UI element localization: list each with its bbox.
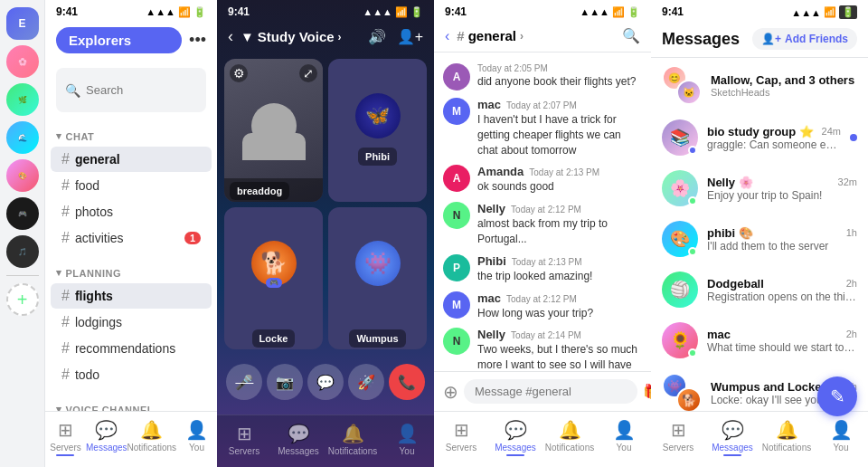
back-button[interactable]: ‹ xyxy=(228,27,233,46)
panel-server-channels: E 🌸 🌿 🌊 🎨 🎮 🎵 + xyxy=(0,0,217,467)
nav-you[interactable]: 👤 You xyxy=(814,419,868,456)
nav-messages[interactable]: 💬 Messages xyxy=(705,419,760,456)
voice-tile-locke: 🐕 🎮 Locke xyxy=(224,207,323,350)
battery-icon: 🔋 xyxy=(193,6,206,18)
server-icon-4[interactable]: 🎨 xyxy=(6,159,39,192)
voice-user-label-breaddog: breaddog xyxy=(230,182,289,200)
dm-item-bio-study[interactable]: 📚 bio study group ⭐ 24m graggle: Can som… xyxy=(651,112,868,163)
server-header: Explorers ••• xyxy=(45,20,217,61)
search-input[interactable] xyxy=(86,83,217,97)
nav-servers[interactable]: ⊞ Servers xyxy=(45,419,86,456)
profile-icon: 👤 xyxy=(396,423,419,444)
messages-icon: 💬 xyxy=(505,419,527,441)
channel-item-general[interactable]: # general xyxy=(51,147,212,172)
nav-you[interactable]: 👤 You xyxy=(176,419,217,456)
nav-you[interactable]: 👤 You xyxy=(380,423,434,456)
nav-you[interactable]: 👤 You xyxy=(597,419,651,456)
server-icon-5[interactable]: 🎮 xyxy=(6,197,39,230)
messages-icon: 💬 xyxy=(288,423,310,444)
mute-button[interactable]: 🎤 xyxy=(226,364,262,400)
channel-item-todo[interactable]: # todo xyxy=(51,362,212,387)
message-avatar: N xyxy=(443,328,470,355)
hash-icon: # xyxy=(61,340,70,357)
dm-content: mac 2h What time should we start tonight… xyxy=(707,328,857,354)
message-input[interactable] xyxy=(464,379,637,404)
dm-item-mac[interactable]: 🌻 mac 2h What time should we start tonig… xyxy=(651,315,868,366)
message-content: Nelly Today at 2:14 PM Two weeks, but I … xyxy=(477,328,642,371)
message-content: mac Today at 2:12 PM How long was your t… xyxy=(477,291,642,321)
voice-user-label-locke: Locke xyxy=(252,329,296,348)
notifications-icon: 🔔 xyxy=(776,419,798,441)
speaker-toggle-icon[interactable]: 🔊 xyxy=(368,28,386,45)
message-item: N Nelly Today at 2:12 PM almost back fro… xyxy=(434,198,651,251)
messages-icon: 💬 xyxy=(722,419,744,441)
voice-section-chevron[interactable]: ▾ xyxy=(56,404,62,411)
server-icon-3[interactable]: 🌊 xyxy=(6,121,39,154)
planning-section-chevron[interactable]: ▾ xyxy=(56,267,62,279)
search-bar[interactable]: 🔍 👤+ xyxy=(56,68,206,112)
server-icon-1[interactable]: 🌸 xyxy=(6,45,39,78)
chat-button[interactable]: 💬 xyxy=(307,364,344,400)
message-avatar: N xyxy=(443,202,470,229)
channel-item-lodgings[interactable]: # lodgings xyxy=(51,310,212,335)
message-item: A Today at 2:05 PM did anyone book their… xyxy=(434,60,651,94)
channel-item-food[interactable]: # food xyxy=(51,173,212,198)
hash-icon: # xyxy=(61,177,70,194)
message-author: Nelly xyxy=(477,328,505,341)
panel-chat: 9:41 ▲▲▲ 📶 🔋 ‹ # general › 🔍 A Today at … xyxy=(434,0,651,467)
channel-item-photos[interactable]: # photos xyxy=(51,199,212,224)
hash-icon: # xyxy=(61,314,70,330)
message-header: Today at 2:05 PM xyxy=(477,63,642,73)
dm-item-sketchheads[interactable]: 😊 🐱 Mallow, Cap, and 3 others SketchHead… xyxy=(651,58,868,112)
server-icon-6[interactable]: 🎵 xyxy=(6,235,39,268)
nav-notifications[interactable]: 🔔 Notifications xyxy=(542,419,597,456)
nav-servers[interactable]: ⊞ Servers xyxy=(651,419,705,456)
server-options-button[interactable]: ••• xyxy=(189,31,206,50)
message-item: P Phibi Today at 2:13 PM the trip looked… xyxy=(434,251,651,288)
add-attachment-button[interactable]: ⊕ xyxy=(443,381,458,403)
dm-item-dodgeball[interactable]: 🏐 Dodgeball 2h Registration opens on the… xyxy=(651,264,868,315)
search-button[interactable]: 🔍 xyxy=(622,27,640,44)
channel-item-flights[interactable]: # flights xyxy=(51,283,212,309)
new-message-fab[interactable]: ✎ xyxy=(817,376,857,416)
back-button[interactable]: ‹ xyxy=(445,28,449,44)
server-icon-2[interactable]: 🌿 xyxy=(6,83,39,116)
nav-notifications[interactable]: 🔔 Notifications xyxy=(326,423,380,456)
voice-user-label-phibi: Phibi xyxy=(358,148,397,166)
message-time: Today at 2:13 PM xyxy=(512,257,582,267)
dm-item-nelly[interactable]: 🌸 Nelly 🌸 32m Enjoy your trip to Spain! xyxy=(651,163,868,214)
channel-item-recommendations[interactable]: # recommendations xyxy=(51,336,212,361)
nav-notifications[interactable]: 🔔 Notifications xyxy=(127,419,176,456)
nav-messages[interactable]: 💬 Messages xyxy=(271,423,326,456)
message-item: M mac Today at 2:12 PM How long was your… xyxy=(434,288,651,325)
server-icon-active[interactable]: E xyxy=(6,7,39,40)
tile-expand-icon[interactable]: ⤢ xyxy=(299,64,317,82)
profile-icon: 👤 xyxy=(185,419,208,441)
add-user-icon[interactable]: 👤+ xyxy=(397,28,423,45)
chevron-right-icon: › xyxy=(338,31,342,43)
channel-item-activities[interactable]: # activities 1 xyxy=(51,225,212,251)
message-header: Nelly Today at 2:14 PM xyxy=(477,328,642,341)
dm-name: Nelly 🌸 xyxy=(707,176,753,189)
chat-section-chevron[interactable]: ▾ xyxy=(56,130,62,142)
server-add-button[interactable]: + xyxy=(6,283,39,316)
end-call-button[interactable]: 📞 xyxy=(389,364,425,400)
dm-item-phibi[interactable]: 🎨 phibi 🎨 1h I'll add them to the server xyxy=(651,214,868,264)
nav-messages[interactable]: 💬 Messages xyxy=(488,419,542,456)
nav-servers[interactable]: ⊞ Servers xyxy=(217,423,271,456)
dm-content: Nelly 🌸 32m Enjoy your trip to Spain! xyxy=(707,176,857,202)
nav-messages[interactable]: 💬 Messages xyxy=(86,419,127,456)
nav-notifications[interactable]: 🔔 Notifications xyxy=(760,419,814,456)
dm-group-avatar: 👾 🐕 xyxy=(662,373,702,411)
nav-servers[interactable]: ⊞ Servers xyxy=(434,419,488,456)
bottom-nav: ⊞ Servers 💬 Messages 🔔 Notifications 👤 Y… xyxy=(45,411,217,467)
tile-settings-icon[interactable]: ⚙ xyxy=(230,64,248,82)
gift-button[interactable]: 🎁 xyxy=(643,383,651,400)
camera-button[interactable]: 📷 xyxy=(267,364,303,400)
activity-button[interactable]: 🚀 xyxy=(348,364,384,400)
add-friends-button[interactable]: 👤+ Add Friends xyxy=(752,28,857,50)
message-text: Two weeks, but I there's so much more I … xyxy=(477,342,642,371)
message-text: How long was your trip? xyxy=(477,306,642,321)
chat-icon: 💬 xyxy=(316,374,335,391)
battery-icon: 🔋 xyxy=(627,6,640,18)
